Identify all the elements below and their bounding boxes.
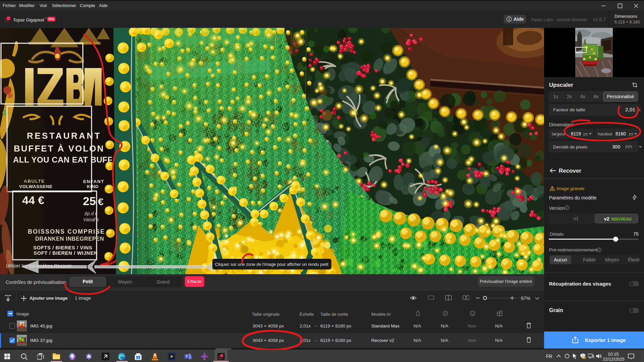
svg-text:SOFTS / BIERES / VINS: SOFTS / BIERES / VINS (33, 245, 92, 250)
svg-text:BUFFET À VOLON: BUFFET À VOLON (14, 143, 104, 154)
svg-text:KIND: KIND (87, 184, 99, 189)
svg-text:BOISSONS COMPRISE: BOISSONS COMPRISE (28, 228, 105, 235)
svg-text:ENFANT: ENFANT (83, 179, 104, 184)
svg-text:RESTAURANT: RESTAURANT (27, 131, 101, 141)
svg-text:VOLWASSENE: VOLWASSENE (19, 184, 53, 189)
svg-text:SOFT / BIEREN / WIJNEN: SOFT / BIEREN / WIJNEN (34, 250, 98, 256)
svg-text:ƻp.d є: ƻp.d є (84, 211, 97, 216)
svg-text:Cliquez sur une zone de l'imag: Cliquez sur une zone de l'image pour aff… (215, 262, 328, 267)
svg-text:Vanaf є: Vanaf є (83, 217, 99, 222)
svg-text:ALL YOU CAN EAT BUFF: ALL YOU CAN EAT BUFF (13, 155, 113, 164)
svg-text:€: € (98, 196, 104, 207)
svg-text:Utiliser les paramètres Recove: Utiliser les paramètres Recover (6, 263, 72, 268)
svg-text:T: T (185, 355, 187, 358)
svg-text:44 €: 44 € (22, 194, 44, 206)
svg-text:25: 25 (83, 194, 96, 207)
svg-text:ABULTE: ABULTE (24, 179, 45, 184)
svg-text:!: ! (584, 357, 585, 359)
svg-text:DRANKEN INBEGREPEN: DRANKEN INBEGREPEN (35, 236, 104, 242)
